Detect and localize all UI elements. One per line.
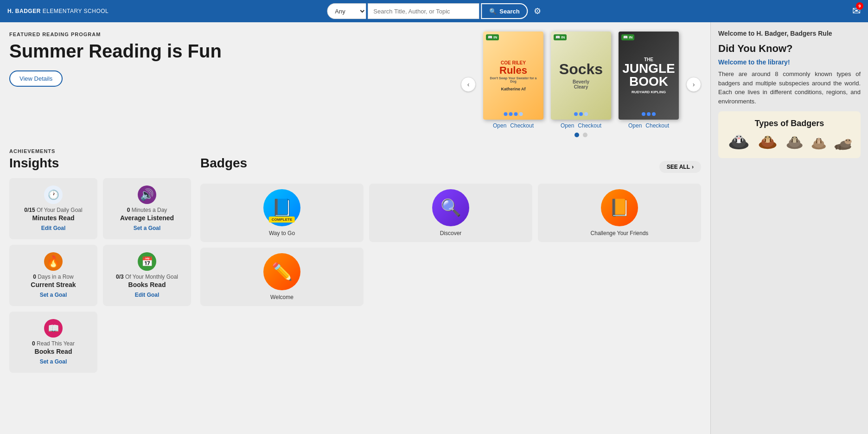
insight-card-average-listened: 🔊 0 Minutes a Day Average Listened Set a… <box>103 178 191 239</box>
filter-icon-button[interactable]: ⚙ <box>534 6 541 16</box>
see-all-label: SEE ALL <box>667 164 690 170</box>
book-actions-1: Open Checkout <box>483 122 543 129</box>
welcome-to-library-link[interactable]: Welcome to the library! <box>718 58 861 66</box>
search-type-select[interactable]: Any Title Author Topic <box>327 3 366 19</box>
badge-icon-challenge: 📙 <box>601 189 638 226</box>
insight-stat-1: 0 Minutes a Day <box>110 207 184 213</box>
fire-icon: 🔥 <box>44 252 63 271</box>
carousel-prev-button[interactable]: ‹ <box>461 77 476 92</box>
mail-icon-container[interactable]: ✉ 9 <box>852 5 861 17</box>
badge-label-way-to-go: Way to Go <box>269 230 295 236</box>
book-checkout-link-3[interactable]: Checkout <box>645 122 669 129</box>
carousel-next-button[interactable]: › <box>686 77 701 92</box>
insight-link-4[interactable]: Set a Goal <box>40 358 67 365</box>
svg-point-15 <box>765 136 766 138</box>
svg-rect-40 <box>839 146 841 150</box>
school-name: H. BADGER ELEMENTARY SCHOOL <box>7 8 108 14</box>
header: H. BADGER ELEMENTARY SCHOOL Any Title Au… <box>0 0 868 22</box>
badge-icon-discover: 🔍 <box>432 189 469 226</box>
achievements-label: ACHIEVEMENTS <box>9 148 701 154</box>
book-open-link-3[interactable]: Open <box>628 122 642 129</box>
insight-card-books-monthly: 📅 0/3 Of Your Monthly Goal Books Read Ed… <box>103 245 191 306</box>
badges-grid: 📘 COMPLETE Way to Go 🔍 Discover <box>200 184 701 306</box>
insight-label-2: Current Streak <box>17 281 90 288</box>
svg-point-37 <box>846 140 847 140</box>
svg-point-6 <box>736 136 738 137</box>
book-carousel: ‹ 📖 IN COE RILEY Rules Don't Swap Your S… <box>461 32 701 137</box>
svg-point-7 <box>740 136 741 137</box>
search-button-label: Search <box>499 8 519 15</box>
book-card-3: 📖 IN THE JUNGLEBOOK RUDYARD KIPLING <box>619 32 679 129</box>
carousel-dot-2[interactable] <box>583 133 587 137</box>
book-open-icon: 📖 <box>44 319 63 338</box>
right-panel: Welcome to H. Badger, Badgers Rule Did Y… <box>710 22 868 434</box>
insights-grid: 🕐 0/15 Of Your Daily Goal Minutes Read E… <box>9 178 191 373</box>
badge-icon-welcome: ✏️ <box>263 253 300 290</box>
header-right: ✉ 9 <box>852 5 861 17</box>
view-details-button[interactable]: View Details <box>9 70 63 87</box>
insights-column: Insights 🕐 0/15 Of Your Daily Goal Minut… <box>9 156 191 373</box>
search-area: Any Title Author Topic 🔍 Search ⚙ <box>327 3 541 19</box>
book-checkout-link-1[interactable]: Checkout <box>510 122 534 129</box>
carousel-dot-1[interactable] <box>574 133 579 137</box>
search-button[interactable]: 🔍 Search <box>481 3 528 19</box>
book-checkout-link-2[interactable]: Checkout <box>578 122 601 129</box>
book-badge-2: 📖 IN <box>554 34 567 40</box>
book-dots-2 <box>574 112 588 116</box>
svg-point-24 <box>796 137 797 138</box>
badge-label-challenge: Challenge Your Friends <box>591 230 649 236</box>
featured-label: FEATURED READING PROGRAM <box>9 32 452 37</box>
book-card-2: 📖 IN Socks BeverlyCleary <box>551 32 611 129</box>
insight-link-1[interactable]: Set a Goal <box>134 225 161 231</box>
svg-rect-39 <box>836 145 837 149</box>
badge-card-way-to-go: 📘 COMPLETE Way to Go <box>200 184 364 242</box>
badge-icon-way-to-go: 📘 COMPLETE <box>263 189 300 226</box>
insight-label-4: Books Read <box>17 348 90 355</box>
featured-text: FEATURED READING PROGRAM Summer Reading … <box>9 32 461 87</box>
welcome-header: Welcome to H. Badger, Badgers Rule <box>718 30 861 37</box>
insight-label-0: Minutes Read <box>17 214 90 222</box>
did-you-know-text: There are around 8 commonly known types … <box>718 70 861 106</box>
svg-point-8 <box>738 137 740 139</box>
book-open-link-1[interactable]: Open <box>493 122 506 129</box>
insight-stat-2: 0 Days in a Row <box>17 274 90 280</box>
main-content: FEATURED READING PROGRAM Summer Reading … <box>0 22 868 434</box>
badger-3 <box>784 134 805 151</box>
insight-stat-3: 0/3 Of Your Monthly Goal <box>110 274 184 280</box>
insight-link-3[interactable]: Edit Goal <box>135 292 160 298</box>
badger-5 <box>832 137 853 151</box>
insight-label-3: Books Read <box>110 281 184 288</box>
badges-header: Badges SEE ALL › <box>200 156 701 178</box>
featured-section: FEATURED READING PROGRAM Summer Reading … <box>9 32 701 137</box>
filter-icon: ⚙ <box>534 6 541 16</box>
badgers-image-container: Types of Badgers <box>718 111 861 158</box>
book-cover-1: 📖 IN COE RILEY Rules Don't Swap Your Swe… <box>483 32 543 120</box>
badgers-image-title: Types of Badgers <box>726 119 853 128</box>
badge-card-welcome: ✏️ Welcome <box>200 248 364 306</box>
mail-badge: 9 <box>856 2 863 10</box>
badge-label-discover: Discover <box>440 230 462 236</box>
see-all-button[interactable]: SEE ALL › <box>659 161 701 173</box>
featured-title: Summer Reading is Fun <box>9 41 452 61</box>
book-open-link-2[interactable]: Open <box>561 122 574 129</box>
badgers-row <box>726 132 853 151</box>
badge-card-challenge: 📙 Challenge Your Friends <box>538 184 701 242</box>
insights-badges-row: Insights 🕐 0/15 Of Your Daily Goal Minut… <box>9 156 701 373</box>
badge-card-discover: 🔍 Discover <box>369 184 532 242</box>
svg-point-38 <box>849 140 849 140</box>
clock-icon: 🕐 <box>48 189 59 200</box>
badges-title: Badges <box>200 156 247 171</box>
svg-point-23 <box>792 137 793 138</box>
search-icon: 🔍 <box>489 8 497 15</box>
svg-point-32 <box>820 138 821 139</box>
insight-card-minutes-read: 🕐 0/15 Of Your Daily Goal Minutes Read E… <box>9 178 97 239</box>
svg-point-16 <box>769 136 770 138</box>
book-badge-1: 📖 IN <box>486 34 499 40</box>
insights-title: Insights <box>9 156 191 171</box>
chevron-right-icon: › <box>692 164 694 170</box>
insight-card-books-year: 📖 0 Read This Year Books Read Set a Goal <box>9 312 97 373</box>
insight-link-2[interactable]: Set a Goal <box>40 292 67 298</box>
insight-card-streak: 🔥 0 Days in a Row Current Streak Set a G… <box>9 245 97 306</box>
search-input[interactable] <box>368 3 479 19</box>
insight-link-0[interactable]: Edit Goal <box>41 225 66 231</box>
